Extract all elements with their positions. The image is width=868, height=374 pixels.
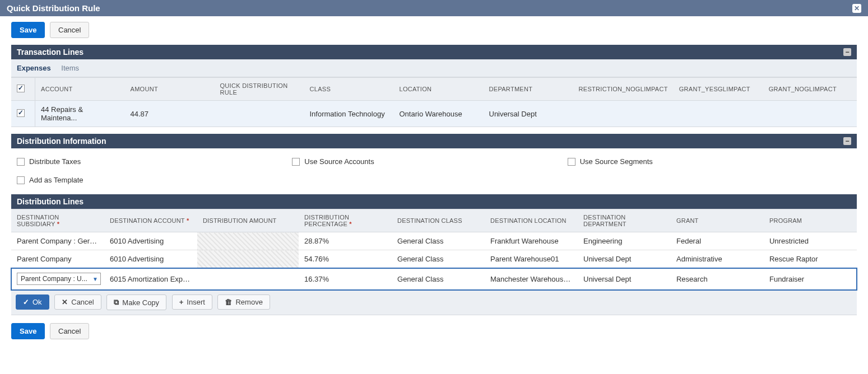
col-dest-location[interactable]: DESTINATION LOCATION <box>485 209 578 232</box>
close-icon: ✕ <box>62 298 68 306</box>
distribution-lines-table: DESTINATION SUBSIDIARY DESTINATION ACCOU… <box>11 209 857 290</box>
cell-department[interactable]: Universal Dept <box>578 268 671 290</box>
cell-subsidiary[interactable]: Parent Company <box>11 250 104 268</box>
cell-percentage[interactable]: 54.76% <box>299 250 392 268</box>
col-grant-yes[interactable]: GRANT_YESGLIMPACT <box>674 78 763 101</box>
subsidiary-dropdown[interactable]: Parent Company : U... ▼ <box>17 273 101 285</box>
collapse-icon[interactable]: − <box>843 48 851 56</box>
col-program[interactable]: PROGRAM <box>764 209 857 232</box>
checkbox-icon[interactable] <box>17 85 25 92</box>
col-dest-account[interactable]: DESTINATION ACCOUNT <box>104 209 197 232</box>
col-grant-no[interactable]: GRANT_NOGLIMPACT <box>763 78 857 101</box>
col-dest-subsidiary[interactable]: DESTINATION SUBSIDIARY <box>11 209 104 232</box>
use-source-segments-field[interactable]: Use Source Segments <box>568 155 843 168</box>
col-qdr[interactable]: QUICK DISTRIBUTION RULE <box>215 78 304 101</box>
cell-qdr <box>215 101 304 127</box>
distribute-taxes-field[interactable]: Distribute Taxes <box>17 155 292 168</box>
insert-label: Insert <box>187 298 205 306</box>
cell-amount[interactable] <box>197 250 299 268</box>
col-amount[interactable]: AMOUNT <box>125 78 215 101</box>
cell-subsidiary[interactable]: Parent Company : U... ▼ <box>11 268 104 290</box>
cancel-button[interactable]: Cancel <box>50 323 89 339</box>
cell-program[interactable]: Rescue Raptor <box>764 250 857 268</box>
cell-subsidiary[interactable]: Parent Company : Germ... <box>11 232 104 250</box>
cell-location[interactable]: Manchester Warehouse... <box>485 268 578 290</box>
cell-department[interactable]: Engineering <box>578 232 671 250</box>
tab-items[interactable]: Items <box>61 64 79 72</box>
transaction-lines-table: ACCOUNT AMOUNT QUICK DISTRIBUTION RULE C… <box>11 77 857 127</box>
dropdown-value: Parent Company : U... <box>21 275 87 283</box>
section-transaction-lines: Transaction Lines − <box>11 45 857 59</box>
add-as-template-label: Add as Template <box>29 176 83 184</box>
cell-amount[interactable] <box>197 232 299 250</box>
plus-icon: + <box>179 298 184 306</box>
cell-grant[interactable]: Administrative <box>671 250 764 268</box>
checkbox-icon[interactable] <box>17 176 25 184</box>
checkbox-icon[interactable] <box>292 158 300 166</box>
table-row[interactable]: Parent Company 6010 Advertising 54.76% G… <box>11 250 857 268</box>
checkbox-icon[interactable] <box>17 158 25 166</box>
cell-account[interactable]: 6010 Advertising <box>104 232 197 250</box>
col-account[interactable]: ACCOUNT <box>35 78 125 101</box>
cell-amount: 44.87 <box>125 101 215 127</box>
cell-account[interactable]: 6010 Advertising <box>104 250 197 268</box>
table-row[interactable]: Parent Company : U... ▼ 6015 Amortizatio… <box>11 268 857 290</box>
cell-grant[interactable]: Federal <box>671 232 764 250</box>
cancel-row-button[interactable]: ✕ Cancel <box>54 294 101 310</box>
close-icon[interactable]: ✕ <box>852 4 861 13</box>
cell-amount[interactable] <box>197 268 299 290</box>
trash-icon: 🗑 <box>225 298 232 306</box>
cell-account: 44 Repairs & Maintena... <box>35 101 125 127</box>
col-dist-percentage[interactable]: DISTRIBUTION PERCENTAGE <box>299 209 392 232</box>
copy-icon: ⧉ <box>114 298 119 307</box>
modal-title: Quick Distribution Rule <box>7 3 100 13</box>
cell-class[interactable]: General Class <box>392 268 485 290</box>
cell-location: Ontario Warehouse <box>394 101 484 127</box>
select-all-header[interactable] <box>11 78 35 101</box>
cell-department[interactable]: Universal Dept <box>578 250 671 268</box>
col-dist-amount[interactable]: DISTRIBUTION AMOUNT <box>197 209 299 232</box>
make-copy-button[interactable]: ⧉ Make Copy <box>106 294 166 310</box>
cell-grant-no <box>763 101 857 127</box>
section-title: Distribution Information <box>17 137 106 146</box>
cell-percentage[interactable]: 28.87% <box>299 232 392 250</box>
cell-class[interactable]: General Class <box>392 250 485 268</box>
cell-department: Universal Dept <box>484 101 573 127</box>
use-source-accounts-field[interactable]: Use Source Accounts <box>292 155 567 168</box>
table-row[interactable]: 44 Repairs & Maintena... 44.87 Informati… <box>11 101 857 127</box>
bottom-button-bar: Save Cancel <box>11 323 857 339</box>
section-distribution-lines: Distribution Lines <box>11 194 857 209</box>
col-grant[interactable]: GRANT <box>671 209 764 232</box>
cell-location[interactable]: Parent Warehouse01 <box>485 250 578 268</box>
col-dest-department[interactable]: DESTINATION DEPARTMENT <box>578 209 671 232</box>
cell-program[interactable]: Fundraiser <box>764 268 857 290</box>
tabs-bar: Expenses Items <box>11 59 857 77</box>
use-source-segments-label: Use Source Segments <box>580 157 653 166</box>
add-as-template-field[interactable]: Add as Template <box>17 168 851 186</box>
col-restriction[interactable]: RESTRICTION_NOGLIMPACT <box>573 78 674 101</box>
table-row[interactable]: Parent Company : Germ... 6010 Advertisin… <box>11 232 857 250</box>
checkbox-icon[interactable] <box>17 109 25 117</box>
cell-percentage[interactable]: 16.37% <box>299 268 392 290</box>
cell-program[interactable]: Unrestricted <box>764 232 857 250</box>
cell-class[interactable]: General Class <box>392 232 485 250</box>
tab-expenses[interactable]: Expenses <box>17 64 51 72</box>
save-button[interactable]: Save <box>11 323 45 339</box>
col-department[interactable]: DEPARTMENT <box>484 78 573 101</box>
cancel-button[interactable]: Cancel <box>50 22 89 38</box>
insert-button[interactable]: + Insert <box>172 294 212 310</box>
cell-account[interactable]: 6015 Amortization Expe... <box>104 268 197 290</box>
save-button[interactable]: Save <box>11 22 45 38</box>
cell-grant[interactable]: Research <box>671 268 764 290</box>
col-class[interactable]: CLASS <box>304 78 394 101</box>
section-title: Distribution Lines <box>17 197 83 206</box>
checkbox-icon[interactable] <box>568 158 575 166</box>
col-location[interactable]: LOCATION <box>394 78 484 101</box>
col-dest-class[interactable]: DESTINATION CLASS <box>392 209 485 232</box>
chevron-down-icon[interactable]: ▼ <box>92 276 98 282</box>
ok-button[interactable]: ✓ Ok <box>16 294 49 310</box>
remove-button[interactable]: 🗑 Remove <box>217 294 270 310</box>
distribute-taxes-label: Distribute Taxes <box>29 157 81 166</box>
collapse-icon[interactable]: − <box>843 137 851 145</box>
cell-location[interactable]: Frankfurt Warehouse <box>485 232 578 250</box>
